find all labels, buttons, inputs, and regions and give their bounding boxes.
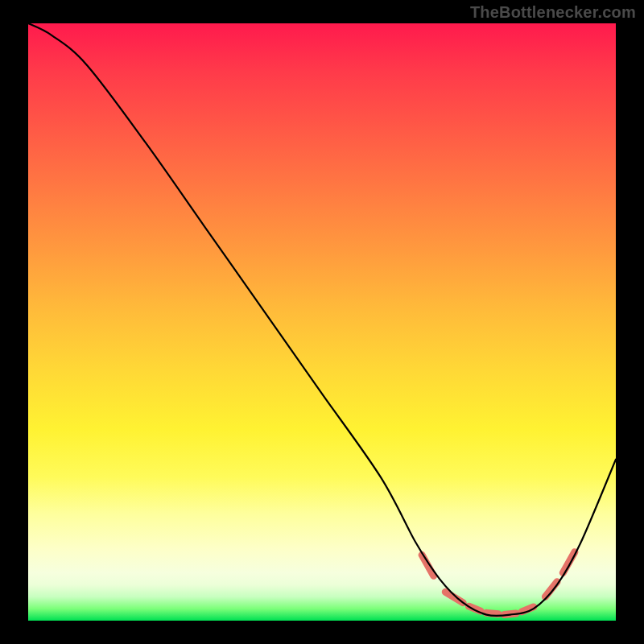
chart-frame: TheBottlenecker.com [0,0,644,644]
curve-layer [28,23,616,621]
watermark-text: TheBottlenecker.com [470,3,636,22]
plot-area [28,23,616,621]
bottleneck-curve [28,23,616,616]
highlight-dashes [422,552,575,615]
